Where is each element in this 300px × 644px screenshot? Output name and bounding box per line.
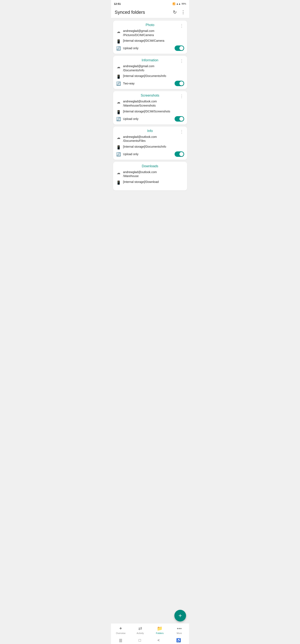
folder-local-row-info: 📱 [Internal storage]/Documents/Info xyxy=(116,145,184,150)
folder-card-info: Info ⋮ ☁ andrewglad@outlook.com/Document… xyxy=(113,126,187,160)
folder-local-row-downloads: 📱 [Internal storage]/Download xyxy=(116,180,184,185)
folder-cloud-row-screenshots: ☁ andrewglad@outlook.com/Warehouse/Scree… xyxy=(116,100,184,108)
refresh-button[interactable]: ↻ xyxy=(172,9,178,16)
signal-icon: ▲▲ xyxy=(176,2,181,5)
phone-icon-screenshots: 📱 xyxy=(116,110,121,114)
phone-icon-downloads: 📱 xyxy=(116,180,121,185)
folder-local-row-information: 📱 [Internal storage]/Documents/Info xyxy=(116,74,184,79)
toggle-slider-info xyxy=(175,152,184,157)
folder-sync-row-information: 🔄 Two-way xyxy=(116,81,184,86)
cloud-icon-information: ☁ xyxy=(116,65,121,69)
sync-icon-screenshots: 🔄 xyxy=(116,117,121,122)
local-path-information: [Internal storage]/Documents/Info xyxy=(123,74,184,78)
sync-mode-information: Two-way xyxy=(123,82,135,85)
folder-card-screenshots: Screenshots ⋮ ☁ andrewglad@outlook.com/W… xyxy=(113,91,187,124)
folder-cloud-row-information: ☁ andrewglad@gmail.com/Documents/Info xyxy=(116,64,184,72)
local-path-screenshots: [Internal storage]/DCIM/Screenshots xyxy=(123,110,184,114)
toggle-slider-information xyxy=(175,81,184,86)
cloud-path-information: andrewglad@gmail.com/Documents/Info xyxy=(123,64,184,72)
toggle-slider-photo xyxy=(175,46,184,51)
toggle-info[interactable] xyxy=(175,152,184,157)
folder-sync-row-photo: 🔄 Upload only xyxy=(116,46,184,51)
folder-menu-photo[interactable]: ⋮ xyxy=(178,23,185,28)
folder-sync-row-info: 🔄 Upload only xyxy=(116,152,184,157)
sync-mode-info: Upload only xyxy=(123,152,139,156)
status-icons: 📶 ▲▲ 99% xyxy=(173,2,186,5)
cloud-icon-photo: ☁ xyxy=(116,30,121,34)
sync-mode-photo: Upload only xyxy=(123,46,139,50)
toggle-photo[interactable] xyxy=(175,46,184,51)
app-bar-actions: ↻ ⋮ xyxy=(172,9,186,16)
sync-mode-screenshots: Upload only xyxy=(123,117,139,120)
cloud-path-screenshots: andrewglad@outlook.com/Warehouse/Screens… xyxy=(123,100,184,108)
phone-icon-information: 📱 xyxy=(116,74,121,79)
content-area: Photo ⋮ ☁ andrewglad@gmail.com/Pictures/… xyxy=(111,18,189,207)
folder-cloud-row-info: ☁ andrewglad@outlook.com/Documents/Files xyxy=(116,135,184,143)
folder-cloud-row-photo: ☁ andrewglad@gmail.com/Pictures/DCIM/Cam… xyxy=(116,29,184,37)
toggle-information[interactable] xyxy=(175,81,184,86)
sync-icon-photo: 🔄 xyxy=(116,46,121,51)
toggle-slider-screenshots xyxy=(175,116,184,122)
cloud-path-downloads: andrewglad@outlook.com/Warehouse xyxy=(123,170,184,178)
folder-title-info: Info xyxy=(116,129,184,133)
cloud-path-photo: andrewglad@gmail.com/Pictures/DCIM/Camer… xyxy=(123,29,184,37)
folder-cloud-row-downloads: ☁ andrewglad@outlook.com/Warehouse xyxy=(116,170,184,178)
folder-title-screenshots: Screenshots xyxy=(116,94,184,98)
sync-icon-information: 🔄 xyxy=(116,81,121,86)
folder-menu-screenshots[interactable]: ⋮ xyxy=(178,94,185,99)
folder-title-downloads: Downloads xyxy=(116,164,184,168)
status-bar: 12:51 📶 ▲▲ 99% xyxy=(111,0,189,7)
folder-local-row-screenshots: 📱 [Internal storage]/DCIM/Screenshots xyxy=(116,110,184,114)
cloud-icon-info: ☁ xyxy=(116,135,121,140)
cloud-icon-downloads: ☁ xyxy=(116,170,121,175)
cloud-icon-screenshots: ☁ xyxy=(116,100,121,104)
folder-title-photo: Photo xyxy=(116,23,184,27)
toggle-screenshots[interactable] xyxy=(175,116,184,122)
wifi-icon: 📶 xyxy=(173,2,175,5)
folder-title-information: Information xyxy=(116,58,184,62)
folder-card-photo: Photo ⋮ ☁ andrewglad@gmail.com/Pictures/… xyxy=(113,21,187,54)
folder-sync-row-screenshots: 🔄 Upload only xyxy=(116,116,184,122)
status-time: 12:51 xyxy=(114,2,121,6)
local-path-info: [Internal storage]/Documents/Info xyxy=(123,145,184,149)
refresh-icon: ↻ xyxy=(173,10,177,15)
page-title: Synced folders xyxy=(115,10,145,15)
battery-icon: 99% xyxy=(181,2,186,5)
folder-menu-information[interactable]: ⋮ xyxy=(178,58,185,64)
folder-card-information: Information ⋮ ☁ andrewglad@gmail.com/Doc… xyxy=(113,56,187,89)
cloud-path-info: andrewglad@outlook.com/Documents/Files xyxy=(123,135,184,143)
folder-menu-info[interactable]: ⋮ xyxy=(178,129,185,134)
local-path-downloads: [Internal storage]/Download xyxy=(123,180,184,184)
more-icon: ⋮ xyxy=(181,10,185,15)
app-bar: Synced folders ↻ ⋮ xyxy=(111,7,189,18)
more-options-button[interactable]: ⋮ xyxy=(180,9,186,16)
sync-icon-info: 🔄 xyxy=(116,152,121,156)
phone-icon-info: 📱 xyxy=(116,145,121,150)
folder-card-downloads: Downloads ☁ andrewglad@outlook.com/Wareh… xyxy=(113,162,187,190)
folder-local-row-photo: 📱 [Internal storage]/DCIM/Camera xyxy=(116,39,184,44)
local-path-photo: [Internal storage]/DCIM/Camera xyxy=(123,39,184,43)
phone-icon-photo: 📱 xyxy=(116,39,121,44)
